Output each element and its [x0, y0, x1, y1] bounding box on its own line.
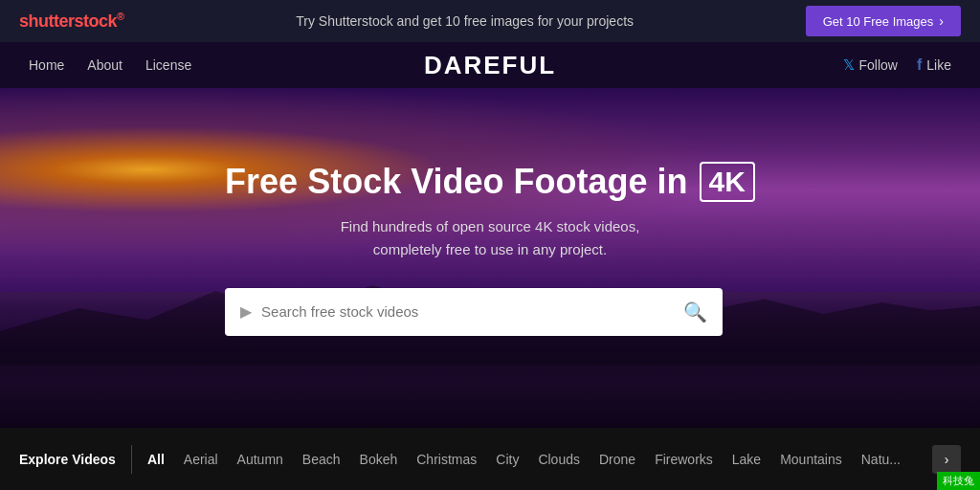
search-bar: ▶ 🔍: [225, 288, 723, 336]
twitter-icon: 𝕏: [843, 56, 855, 74]
nav-right: 𝕏 Follow f Like: [843, 56, 951, 74]
hero-content: Free Stock Video Footage in 4K Find hund…: [225, 162, 755, 336]
twitter-follow[interactable]: 𝕏 Follow: [843, 56, 898, 74]
hero-4k-badge: 4K: [700, 162, 755, 202]
category-mountains[interactable]: Mountains: [780, 452, 842, 467]
banner-btn-label: Get 10 Free Images: [823, 14, 934, 29]
bottom-category-bar: Explore Videos All Aerial Autumn Beach B…: [0, 428, 980, 490]
explore-label: Explore Videos: [19, 452, 116, 467]
category-beach[interactable]: Beach: [302, 452, 341, 467]
category-nature[interactable]: Natu...: [861, 452, 901, 467]
sea-overlay: [0, 351, 980, 428]
category-autumn[interactable]: Autumn: [237, 452, 283, 467]
category-aerial[interactable]: Aerial: [184, 452, 218, 467]
category-city[interactable]: City: [496, 452, 519, 467]
main-nav: Home About License DAREFUL 𝕏 Follow f Li…: [0, 42, 980, 88]
search-icon: 🔍: [683, 301, 707, 323]
nav-left: Home About License: [29, 57, 191, 73]
facebook-like[interactable]: f Like: [917, 56, 951, 74]
nav-home-link[interactable]: Home: [29, 57, 64, 73]
category-all[interactable]: All: [147, 452, 165, 467]
hero-title-text: Free Stock Video Footage in: [225, 162, 687, 202]
watermark: 科技兔: [937, 472, 980, 490]
nav-about-link[interactable]: About: [87, 57, 122, 73]
watermark-text: 科技兔: [943, 475, 974, 486]
category-bokeh[interactable]: Bokeh: [360, 452, 398, 467]
hero-subtitle: Find hundreds of open source 4K stock vi…: [225, 215, 755, 261]
hero-subtitle-line2: completely free to use in any project.: [373, 241, 607, 257]
top-banner: shutterstock® Try Shutterstock and get 1…: [0, 0, 980, 42]
hero-subtitle-line1: Find hundreds of open source 4K stock vi…: [341, 218, 640, 234]
category-list: All Aerial Autumn Beach Bokeh Christmas …: [147, 452, 923, 467]
follow-label: Follow: [859, 57, 898, 73]
shutterstock-logo-text: shutterstock: [19, 11, 117, 31]
categories-next-button[interactable]: ›: [932, 445, 961, 474]
category-clouds[interactable]: Clouds: [538, 452, 580, 467]
next-arrow-icon: ›: [945, 452, 949, 467]
shutterstock-logo: shutterstock®: [19, 11, 124, 32]
hero-title: Free Stock Video Footage in 4K: [225, 162, 755, 202]
category-christmas[interactable]: Christmas: [416, 452, 477, 467]
category-lake[interactable]: Lake: [732, 452, 761, 467]
category-fireworks[interactable]: Fireworks: [655, 452, 713, 467]
facebook-icon: f: [917, 56, 922, 74]
video-icon: ▶: [240, 302, 252, 321]
get-free-images-button[interactable]: Get 10 Free Images ›: [806, 6, 961, 36]
promo-text: Try Shutterstock and get 10 free images …: [296, 13, 634, 29]
category-drone[interactable]: Drone: [599, 452, 635, 467]
shutterstock-logo-mark: ®: [117, 11, 124, 22]
nav-license-link[interactable]: License: [145, 57, 191, 73]
banner-btn-arrow: ›: [939, 13, 944, 29]
like-label: Like: [926, 57, 951, 73]
search-button[interactable]: 🔍: [683, 301, 707, 323]
brand-name: DAREFUL: [424, 51, 556, 80]
divider: [131, 445, 132, 474]
hero-section: Free Stock Video Footage in 4K Find hund…: [0, 88, 980, 428]
search-input[interactable]: [261, 303, 683, 320]
